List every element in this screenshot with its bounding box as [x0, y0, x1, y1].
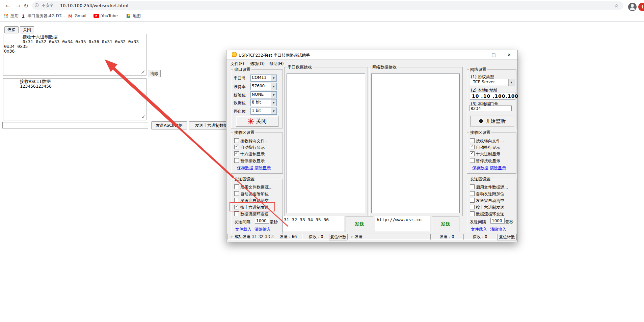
checkbox-label: 发送完自动清空 — [240, 198, 269, 204]
reset-count-button-network[interactable]: 复位计数 — [497, 234, 517, 240]
menu-file[interactable]: 文件(F) — [231, 61, 244, 67]
close-button[interactable]: 关闭 — [20, 26, 34, 33]
bookmark-youtube[interactable]: YouTube — [93, 13, 118, 19]
checkbox-file-source[interactable] — [234, 184, 239, 189]
connect-button[interactable]: 连接 — [4, 26, 19, 33]
local-port-input[interactable] — [469, 106, 512, 111]
checkbox-hex-display[interactable] — [234, 151, 239, 156]
group-legend: 接收区设置 — [233, 130, 256, 135]
clear-display-link[interactable]: 清除显示 — [254, 165, 271, 171]
checkbox-send-as-hex[interactable] — [470, 205, 475, 209]
checkbox-file-source[interactable] — [470, 184, 475, 189]
address-bar[interactable]: ⓘ 不安全 10.10.100.254/websocket.html ☆ — [32, 1, 623, 10]
interval-input[interactable] — [490, 218, 505, 224]
checkbox-clear-after-send[interactable] — [470, 198, 475, 203]
interval-input[interactable] — [255, 218, 269, 224]
protocol-type-select[interactable]: TCP Server ▼ — [470, 79, 514, 86]
checkbox-label: 按十六进制发送 — [240, 205, 269, 210]
record-circle-icon — [479, 119, 483, 123]
chevron-down-icon[interactable]: ▼ — [271, 108, 276, 114]
network-send-input[interactable]: http://www.usr.cn — [375, 216, 430, 232]
checkbox-clear-after-send[interactable] — [234, 198, 239, 203]
bookmark-serial-server[interactable]: 串口服务器,4G DT... — [21, 13, 65, 19]
security-label: 不安全 — [42, 3, 54, 8]
load-file-link[interactable]: 文件载入 — [235, 227, 251, 232]
baud-rate-label: 波特率 — [234, 84, 246, 90]
bookmark-apps[interactable]: 应用 — [4, 13, 19, 19]
close-window-button[interactable]: ✕ — [502, 50, 517, 59]
select-value: COM11 — [251, 75, 271, 81]
checkbox-auto-wrap[interactable] — [470, 145, 475, 149]
com-port-label: 串口号 — [234, 76, 246, 81]
data-bits-select[interactable]: 8 bit ▼ — [250, 99, 277, 106]
interval-label: 发送间隔 — [470, 219, 486, 225]
checkbox-label: 数据流循环发送 — [476, 211, 504, 217]
checkbox-auto-append[interactable] — [234, 191, 239, 196]
select-value: 8 bit — [251, 99, 271, 106]
chevron-down-icon[interactable]: ▼ — [271, 92, 276, 98]
menu-help[interactable]: 帮助(H) — [269, 61, 284, 67]
hex-receive-textarea[interactable]: 接收十六进制数据 0x31 0x32 0x33 0x34 0x35 0x36 0… — [3, 34, 146, 76]
checkbox-hex-display[interactable] — [470, 151, 475, 156]
checkbox-auto-append[interactable] — [470, 191, 475, 196]
forward-icon[interactable]: → — [14, 2, 22, 9]
maximize-button[interactable]: □ — [486, 50, 501, 59]
status-network-sent-count: 发送 : 0 — [430, 234, 463, 240]
clear-input-link[interactable]: 清除输入 — [490, 227, 506, 232]
serial-send-input[interactable]: 31 32 33 34 35 36 — [282, 216, 345, 232]
textarea-resize-handle[interactable] — [141, 70, 144, 74]
chevron-down-icon[interactable]: ▼ — [508, 79, 514, 86]
ms-label: 毫秒 — [505, 219, 513, 225]
parity-select[interactable]: NONE ▼ — [250, 91, 277, 98]
checkbox-recv-to-file[interactable] — [470, 138, 475, 143]
group-legend: 网络设置 — [469, 67, 487, 72]
ascii-receive-textarea[interactable]: 接收ASCII数据 123456123456 — [3, 78, 146, 120]
browser-update-icon[interactable]: ↑ — [638, 3, 644, 11]
stop-bits-select[interactable]: 1 bit ▼ — [250, 108, 277, 115]
baud-rate-select[interactable]: 57600 ▼ — [250, 83, 277, 90]
network-send-button[interactable]: 发送 — [432, 216, 459, 232]
profile-avatar[interactable] — [628, 3, 637, 11]
bookmark-gmail[interactable]: M Gmail — [68, 13, 86, 19]
pointer-hand-icon: ☞ — [229, 234, 233, 239]
checkbox-loop-send[interactable] — [470, 211, 475, 216]
send-text-input[interactable] — [2, 122, 148, 128]
bookmark-maps[interactable]: 地图 — [126, 13, 141, 19]
bookmark-label: 应用 — [10, 13, 19, 19]
window-titlebar[interactable]: USR-TCP232-Test 串口转网络调试助手 — □ ✕ — [226, 50, 517, 59]
status-network-recv-count: 接收 : 0 — [463, 234, 497, 240]
checkbox-recv-to-file[interactable] — [234, 138, 239, 143]
com-port-select[interactable]: COM11 ▼ — [250, 75, 277, 82]
local-ip-input[interactable]: 10 .10 .100.100 — [470, 92, 515, 100]
network-data-receive-group: 网络数据接收 — [369, 67, 463, 216]
save-data-link[interactable]: 保存数据 — [472, 165, 488, 171]
checkbox-send-as-hex[interactable] — [234, 205, 239, 209]
serial-receive-box[interactable] — [287, 74, 365, 213]
bookmark-star-icon[interactable]: ☆ — [614, 3, 619, 9]
clear-input-link[interactable]: 清除输入 — [254, 227, 271, 232]
save-data-link[interactable]: 保存数据 — [237, 165, 253, 171]
clear-button[interactable]: 清除 — [148, 70, 161, 77]
checkbox-loop-send[interactable] — [234, 211, 239, 216]
checkbox-label: 启用文件数据源... — [240, 184, 272, 190]
checkbox-label: 接收转向文件... — [476, 138, 504, 144]
checkbox-pause-recv[interactable] — [234, 158, 239, 163]
menu-options[interactable]: 选项(O) — [250, 61, 265, 67]
reload-icon[interactable]: ↻ — [22, 2, 30, 9]
load-file-link[interactable]: 文件载入 — [471, 227, 487, 232]
checkbox-pause-recv[interactable] — [470, 158, 475, 163]
chevron-down-icon[interactable]: ▼ — [271, 99, 276, 106]
checkbox-auto-wrap[interactable] — [234, 145, 239, 149]
send-ascii-button[interactable]: 发送ASCII数据 — [151, 121, 187, 129]
chevron-down-icon[interactable]: ▼ — [271, 83, 276, 90]
chevron-down-icon[interactable]: ▼ — [271, 75, 276, 81]
minimize-button[interactable]: — — [471, 50, 486, 59]
start-listen-button[interactable]: 开始监听 — [470, 116, 514, 126]
reset-count-button-serial[interactable]: 复位计数 — [329, 234, 347, 240]
back-icon[interactable]: ← — [4, 2, 12, 9]
clear-display-link[interactable]: 清除显示 — [490, 165, 506, 171]
textarea-resize-handle[interactable] — [141, 115, 144, 118]
serial-send-button[interactable]: 发送 — [346, 216, 373, 232]
serial-close-button[interactable]: 关闭 — [236, 116, 278, 127]
network-receive-box[interactable] — [371, 74, 460, 213]
